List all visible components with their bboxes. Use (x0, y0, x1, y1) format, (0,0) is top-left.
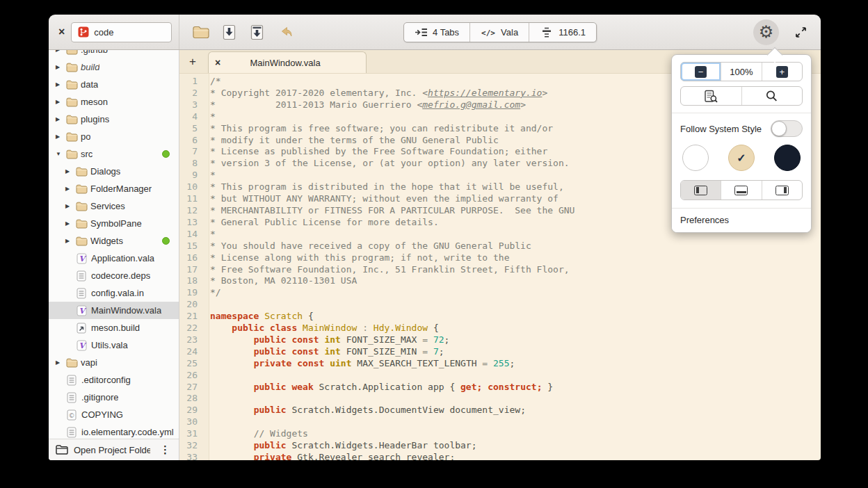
tree-file-config-vala-in[interactable]: config.vala.in (49, 284, 179, 302)
tree-folder-widgets[interactable]: ▶Widgets (49, 232, 179, 250)
tree-folder-data[interactable]: ▶data (49, 76, 179, 93)
tree-folder-plugins[interactable]: ▶plugins (49, 111, 179, 128)
tree-file-utils-vala[interactable]: VUtils.vala (49, 336, 179, 354)
light-style-button[interactable] (682, 145, 709, 171)
tree-file-meson-build[interactable]: meson.build (49, 319, 179, 336)
folder-icon (76, 202, 90, 211)
window-close-icon[interactable]: × (58, 26, 65, 38)
expander-collapsed-icon[interactable]: ▶ (65, 238, 76, 244)
tree-file-mainwindow-vala[interactable]: VMainWindow.vala (49, 302, 179, 319)
headerbar: × code 4 Tabs </> V (49, 15, 821, 50)
new-tab-button[interactable]: + (184, 52, 202, 72)
expander-collapsed-icon[interactable]: ▶ (56, 116, 66, 122)
dark-style-button[interactable] (774, 145, 801, 171)
expander-collapsed-icon[interactable]: ▶ (65, 186, 76, 192)
code-line-text: * This program is distributed in the hop… (203, 181, 564, 193)
tree-file--gitignore[interactable]: .gitignore (49, 389, 179, 406)
tree-file-application-vala[interactable]: VApplication.vala (49, 250, 179, 267)
code-line-text: public Scratch.Widgets.HeaderBar toolbar… (203, 440, 477, 452)
code-line-text: public const int FONT_SIZE_MAX = 72; (203, 334, 449, 346)
tab-close-icon[interactable]: × (215, 57, 220, 68)
expander-collapsed-icon[interactable]: ▶ (65, 168, 76, 174)
code-line: 27 public weak Scratch.Application app {… (179, 382, 821, 393)
language-button[interactable]: </> Vala (469, 23, 529, 42)
zoom-in-button[interactable]: + (762, 63, 802, 81)
open-file-button[interactable] (189, 20, 213, 44)
expander-collapsed-icon[interactable]: ▶ (56, 133, 66, 140)
code-line-text (203, 393, 210, 405)
show-sidebar-button[interactable] (681, 181, 721, 200)
line-number: 13 (179, 217, 203, 229)
line-number: 11 (179, 193, 203, 205)
line-number: 10 (179, 181, 203, 193)
tree-file-copying[interactable]: ©COPYING (49, 406, 179, 423)
line-number: 4 (179, 111, 203, 123)
text-file-icon (67, 375, 81, 386)
zoom-out-button[interactable]: − (681, 63, 721, 81)
expander-collapsed-icon[interactable]: ▶ (56, 359, 66, 366)
tree-folder-foldermanager[interactable]: ▶FolderManager (49, 180, 179, 197)
line-number: 21 (179, 311, 203, 323)
follow-system-style-toggle[interactable] (771, 120, 803, 137)
tree-folder-src[interactable]: ▼src (49, 145, 179, 163)
project-chooser-button[interactable]: code (71, 22, 172, 42)
modified-status-dot (162, 237, 170, 245)
folder-icon (76, 167, 90, 177)
expander-collapsed-icon[interactable]: ▶ (56, 64, 66, 70)
tree-folder-services[interactable]: ▶Services (49, 197, 179, 215)
find-button[interactable] (741, 87, 803, 105)
tree-folder-vapi[interactable]: ▶vapi (49, 354, 179, 371)
separator (672, 113, 811, 113)
tree-folder--github[interactable]: ▶.github (49, 50, 179, 58)
expander-collapsed-icon[interactable]: ▶ (56, 81, 66, 88)
line-number: 12 (179, 205, 203, 217)
tree-folder-symbolpane[interactable]: ▶SymbolPane (49, 215, 179, 232)
goto-line-button[interactable]: 1166.1 (529, 23, 596, 42)
code-line-text: * (203, 229, 216, 241)
line-number-icon (540, 26, 554, 38)
line-number: 27 (179, 382, 203, 393)
gear-icon: ⚙ (759, 24, 774, 40)
copying-file-icon: © (67, 409, 81, 421)
sidebar: ▶.github▶build▶data▶meson▶plugins▶po▼src… (49, 50, 179, 460)
kebab-menu-icon[interactable]: ⋮ (156, 444, 175, 456)
code-line-text: * version 3 of the License, or (at your … (203, 158, 570, 170)
zoom-out-icon: − (695, 66, 707, 78)
code-line-text: /* (203, 76, 221, 88)
zoom-level: 100% (721, 63, 761, 81)
tabs-overview-button[interactable]: 4 Tabs (404, 23, 469, 42)
tree-folder-po[interactable]: ▶po (49, 128, 179, 145)
show-terminal-button[interactable] (721, 181, 761, 200)
find-in-project-button[interactable] (681, 87, 741, 105)
expander-collapsed-icon[interactable]: ▶ (56, 99, 66, 105)
tree-folder-build[interactable]: ▶build (49, 58, 179, 76)
code-line: 19*/ (179, 287, 821, 299)
expander-collapsed-icon[interactable]: ▶ (56, 50, 66, 53)
open-project-folder-button[interactable]: Open Project Folder… (74, 445, 150, 455)
save-button[interactable] (217, 20, 241, 44)
zoom-control: − 100% + (680, 62, 803, 81)
code-line-text: public const int FONT_SIZE_MIN = 7; (203, 346, 444, 358)
tree-file-codecore-deps[interactable]: codecore.deps (49, 267, 179, 284)
tree-item-label: meson.build (91, 323, 140, 333)
expander-collapsed-icon[interactable]: ▶ (65, 203, 76, 209)
code-line-text (203, 299, 210, 311)
line-number: 1 (179, 76, 203, 88)
preferences-menu-item[interactable]: Preferences (672, 208, 811, 232)
code-line-text: * General Public License for more detail… (203, 217, 439, 229)
settings-menu-button[interactable]: ⚙ (753, 19, 779, 45)
line-number: 2 (179, 88, 203, 99)
tree-folder-dialogs[interactable]: ▶Dialogs (49, 163, 179, 180)
expander-expanded-icon[interactable]: ▼ (56, 151, 66, 157)
fullscreen-button[interactable] (790, 22, 811, 42)
expander-collapsed-icon[interactable]: ▶ (65, 220, 76, 227)
sepia-style-button[interactable]: ✓ (728, 145, 755, 171)
code-line: 21namespace Scratch { (179, 311, 821, 323)
tab-mainwindow-vala[interactable]: × MainWindow.vala (208, 51, 367, 73)
tree-file-io-elementary-code-yml[interactable]: io.elementary.code.yml (49, 423, 179, 439)
revert-button[interactable] (273, 20, 296, 44)
save-as-button[interactable] (245, 20, 268, 44)
tree-file--editorconfig[interactable]: .editorconfig (49, 371, 179, 389)
tree-folder-meson[interactable]: ▶meson (49, 93, 179, 111)
show-outline-button[interactable] (762, 181, 802, 200)
